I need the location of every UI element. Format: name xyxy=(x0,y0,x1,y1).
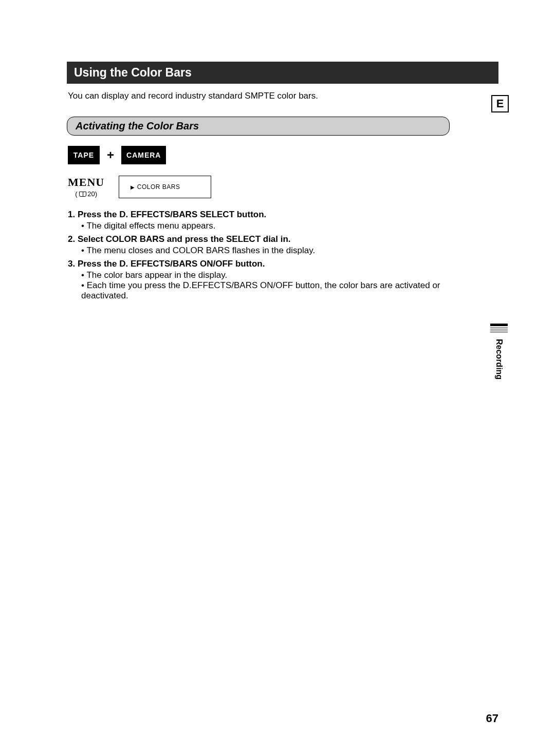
step-title: 2. Select COLOR BARS and press the SELEC… xyxy=(68,234,458,244)
chapter-label: Recording xyxy=(494,339,504,380)
step-bullet: The color bars appear in the display. xyxy=(81,270,458,280)
plus-icon: + xyxy=(107,148,114,162)
step-bullet: The digital effects menu appears. xyxy=(81,221,458,231)
step-3: 3. Press the D. EFFECTS/BARS ON/OFF butt… xyxy=(68,259,458,301)
page-number: 67 xyxy=(486,712,498,725)
step-bullet: Each time you press the D.EFFECTS/BARS O… xyxy=(81,280,458,301)
step-title: 1. Press the D. EFFECTS/BARS SELECT butt… xyxy=(68,210,458,220)
mode-indicator-row: TAPE + CAMERA xyxy=(68,146,498,164)
menu-label: MENU xyxy=(68,176,104,189)
language-badge: E xyxy=(491,95,509,112)
chapter-tab: Recording xyxy=(490,324,508,380)
steps-list: 1. Press the D. EFFECTS/BARS SELECT butt… xyxy=(68,210,458,301)
section-header: Activating the Color Bars xyxy=(67,117,450,136)
book-icon xyxy=(79,192,86,197)
menu-item-label: COLOR BARS xyxy=(137,183,180,191)
menu-row: MENU ( 20) ▶ COLOR BARS xyxy=(68,176,498,198)
play-triangle-icon: ▶ xyxy=(131,184,135,190)
camera-mode-badge: CAMERA xyxy=(121,146,166,164)
intro-text: You can display and record industry stan… xyxy=(67,91,498,101)
page-title: Using the Color Bars xyxy=(67,62,498,84)
tab-lines-icon xyxy=(490,324,508,334)
tape-mode-badge: TAPE xyxy=(68,146,100,164)
menu-item-box: ▶ COLOR BARS xyxy=(119,176,211,198)
step-title: 3. Press the D. EFFECTS/BARS ON/OFF butt… xyxy=(68,259,458,269)
menu-page-ref: ( 20) xyxy=(68,190,104,198)
manual-page: Using the Color Bars You can display and… xyxy=(0,0,555,756)
step-bullet: The menu closes and COLOR BARS flashes i… xyxy=(81,245,458,256)
step-2: 2. Select COLOR BARS and press the SELEC… xyxy=(68,234,458,256)
step-1: 1. Press the D. EFFECTS/BARS SELECT butt… xyxy=(68,210,458,231)
menu-block: MENU ( 20) xyxy=(68,176,104,198)
menu-ref-num: 20 xyxy=(87,190,95,198)
